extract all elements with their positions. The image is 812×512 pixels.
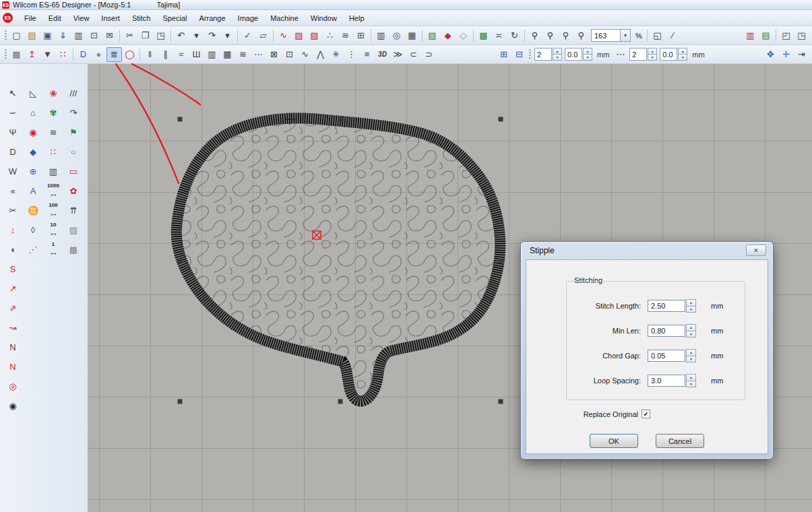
spin-up-button[interactable]: ▲ <box>686 349 696 356</box>
step-10-tool[interactable]: 10 ↔ <box>44 221 62 238</box>
arc-tool[interactable]: ↷ <box>65 104 82 121</box>
s-curve-tool[interactable]: S <box>4 260 22 278</box>
menu-window[interactable]: Window <box>305 12 343 24</box>
hatch-fill-tool[interactable]: /// <box>65 84 82 102</box>
menu-edit[interactable]: Edit <box>42 12 67 24</box>
outline-distance-input[interactable]: 0.0 <box>660 48 677 61</box>
next-design-icon[interactable]: ◳ <box>794 28 809 43</box>
column-digitize-icon[interactable]: ▥ <box>373 28 389 43</box>
spin-down-button[interactable]: ▼ <box>553 55 562 61</box>
cross-stitch-icon[interactable]: ⊞ <box>353 28 369 43</box>
titlebar[interactable]: ES Wilcom ES-65 Designer - [Mozg-5:1 Taj… <box>0 0 812 10</box>
travel-icon[interactable]: ⇥ <box>794 47 809 62</box>
ok-button[interactable]: OK <box>590 434 638 448</box>
measure-icon[interactable]: ∕ <box>665 28 681 43</box>
spin-down-button[interactable]: ▼ <box>686 381 696 388</box>
lettering-tool[interactable]: A <box>24 182 42 199</box>
slow-redraw-icon[interactable]: ↻ <box>507 28 522 43</box>
dim-image-icon[interactable]: ◇ <box>456 28 471 43</box>
dotted-run-tool[interactable]: ⋰ <box>24 241 42 258</box>
redo-icon[interactable]: ↷ <box>204 28 220 43</box>
orbit-tool[interactable]: ◎ <box>4 377 22 395</box>
satin-column-icon[interactable]: ‖ <box>142 47 158 62</box>
cross-fill-icon[interactable]: ⊠ <box>266 47 282 62</box>
zoom-in-icon[interactable]: ⚲ <box>542 28 558 43</box>
stitch-player-icon[interactable]: ≍ <box>491 28 507 43</box>
app-menu-icon[interactable]: ES <box>3 13 13 23</box>
undo-dropdown-icon[interactable]: ▾ <box>189 28 204 43</box>
scissors-tool[interactable]: ✂ <box>4 201 22 219</box>
cut-icon[interactable]: ✂ <box>122 28 137 43</box>
pattern-fill-icon[interactable]: ▦ <box>220 47 235 62</box>
outline-count-input[interactable]: 2 <box>629 48 647 61</box>
dot-object-icon[interactable]: ● <box>91 47 106 62</box>
menu-machine[interactable]: Machine <box>264 12 305 24</box>
menu-image[interactable]: Image <box>232 12 265 24</box>
dialog-close-button[interactable]: ✕ <box>746 245 766 256</box>
updown-tool[interactable]: ↕ <box>4 221 22 238</box>
design-properties-icon[interactable]: ▤ <box>758 28 774 43</box>
chevron-tool[interactable]: « <box>4 182 22 199</box>
e-stitch-icon[interactable]: Ш <box>189 47 204 62</box>
hoop-icon[interactable]: ◎ <box>389 28 404 43</box>
previous-design-icon[interactable]: ◰ <box>778 28 794 43</box>
target-digitize-tool[interactable]: ◉ <box>24 123 42 141</box>
spin-down-button[interactable]: ▼ <box>686 307 696 313</box>
stipple-run-icon[interactable]: ≣ <box>106 47 122 62</box>
zoom-box-icon[interactable]: ✛ <box>778 47 794 62</box>
field-value-input[interactable]: 3.0 <box>648 375 685 387</box>
flower-stitch-tool[interactable]: ❀ <box>44 84 62 102</box>
dome-shape-tool[interactable]: ⌂ <box>24 104 42 121</box>
motif-fill-icon[interactable]: ∴ <box>322 28 338 43</box>
zigzag-w-tool[interactable]: W <box>4 162 22 180</box>
rectangle-tool[interactable]: ▭ <box>65 162 82 180</box>
needle-point-icon[interactable]: ↥ <box>24 47 40 62</box>
tatami-stitch-type-icon[interactable]: ▧ <box>307 28 322 43</box>
drop-shadow-icon[interactable]: D <box>75 47 91 62</box>
spin-up-button[interactable]: ▲ <box>686 374 696 381</box>
print-preview-icon[interactable]: ⊡ <box>86 28 102 43</box>
spin-down-button[interactable]: ▼ <box>686 356 696 363</box>
menu-arrange[interactable]: Arrange <box>193 12 231 24</box>
pattern-layout-b-icon[interactable]: ⊟ <box>511 47 527 62</box>
step-100-tool[interactable]: 100 ↔ <box>44 201 62 219</box>
column-shape-tool[interactable]: ▥ <box>44 162 62 180</box>
dotted-run-icon[interactable]: ⋯ <box>251 47 266 62</box>
undo-icon[interactable]: ↶ <box>173 28 189 43</box>
step-1000-tool[interactable]: 1000 ↔ <box>44 182 62 199</box>
node-edit-tool[interactable]: N <box>4 338 22 356</box>
texture-icon[interactable]: ✳ <box>328 47 344 62</box>
save-design-icon[interactable]: ▣ <box>40 28 55 43</box>
motif-run-icon[interactable]: ≋ <box>235 47 251 62</box>
shrub-tool[interactable]: ✿ <box>65 182 82 199</box>
fabric-display-icon[interactable]: ▩ <box>9 47 24 62</box>
zoom-value-input[interactable]: 163 <box>591 29 621 42</box>
open-design-icon[interactable]: ▤ <box>24 28 40 43</box>
select-tool[interactable]: ↖ <box>4 84 22 102</box>
polygon-select-tool[interactable]: ◺ <box>24 84 42 102</box>
pan-tool-icon[interactable]: ✥ <box>763 47 778 62</box>
lift-tool[interactable]: ⇈ <box>65 201 82 219</box>
spin-up-button[interactable]: ▲ <box>583 48 592 55</box>
select-object-icon[interactable]: ▱ <box>255 28 271 43</box>
contour-fill-icon[interactable]: ≋ <box>338 28 353 43</box>
wave-effect-icon[interactable]: ∿ <box>297 47 313 62</box>
print-icon[interactable]: ▥ <box>71 28 86 43</box>
scatter-icon[interactable]: ∷ <box>55 47 71 62</box>
generate-stitches-icon[interactable]: ✓ <box>240 28 255 43</box>
menu-help[interactable]: Help <box>343 12 371 24</box>
redo-dropdown-icon[interactable]: ▾ <box>220 28 235 43</box>
fur-effect-icon[interactable]: ≫ <box>390 47 406 62</box>
orbit-dark-tool[interactable]: ◉ <box>4 397 22 414</box>
new-design-icon[interactable]: ▢ <box>9 28 24 43</box>
run-stitch-type-icon[interactable]: ∿ <box>276 28 291 43</box>
gradient-fill-icon[interactable]: ⋮ <box>344 47 359 62</box>
grid-toggle-icon[interactable]: ▦ <box>404 28 420 43</box>
spin-down-button[interactable]: ▼ <box>583 55 592 61</box>
morph-right-icon[interactable]: ⊃ <box>421 47 437 62</box>
replace-original-checkbox[interactable]: ✔ <box>642 410 650 418</box>
morph-left-icon[interactable]: ⊂ <box>406 47 421 62</box>
menu-special[interactable]: Special <box>156 12 193 24</box>
cancel-button[interactable]: Cancel <box>656 434 704 448</box>
line-density-icon[interactable]: ≡ <box>359 47 375 62</box>
